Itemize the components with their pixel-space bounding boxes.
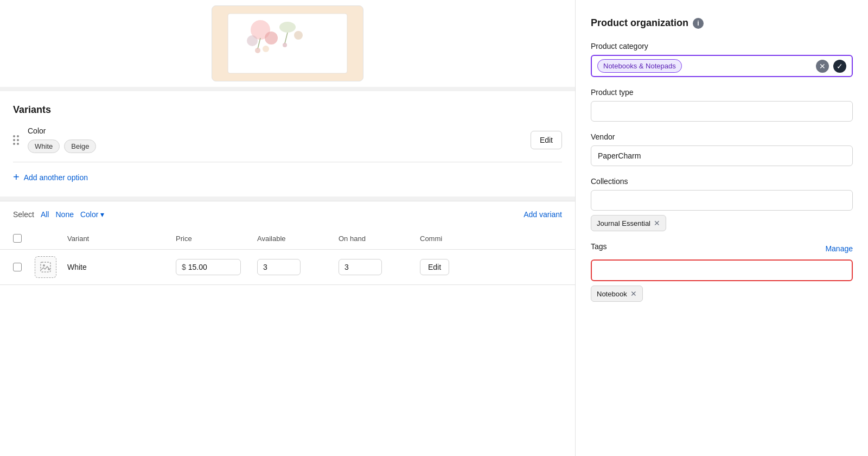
add-option-icon: +: [13, 171, 20, 183]
price-input[interactable]: [188, 263, 226, 271]
add-variant-link[interactable]: Add variant: [524, 210, 562, 219]
onhand-input[interactable]: [339, 259, 382, 275]
price-cell: $: [176, 259, 257, 275]
available-cell: [257, 259, 339, 275]
select-left: Select All None Color ▾: [13, 210, 104, 219]
tags-label: Tags: [591, 242, 607, 251]
add-option-text[interactable]: Add another option: [24, 173, 88, 182]
select-all-link[interactable]: All: [41, 210, 49, 219]
add-option-row: + Add another option: [13, 162, 562, 183]
table-row: White $ Edit: [0, 250, 575, 285]
header-commit-col: Commi: [420, 235, 485, 243]
product-category-group: Product category Notebooks & Notepads ✕ …: [591, 42, 853, 77]
vendor-label: Vendor: [591, 132, 853, 141]
select-row: Select All None Color ▾ Add variant: [0, 201, 575, 227]
product-type-label: Product type: [591, 88, 853, 97]
section-title-text: Product organization: [591, 17, 688, 29]
product-type-group: Product type: [591, 88, 853, 122]
collections-tags: Journal Essential ✕: [591, 215, 853, 231]
chevron-down-icon: ▾: [100, 210, 104, 219]
svg-point-4: [279, 22, 296, 33]
category-tag: Notebooks & Notepads: [597, 59, 682, 73]
header-variant-col: Variant: [67, 235, 176, 243]
category-cancel-button[interactable]: ✕: [816, 60, 829, 73]
product-image: [212, 5, 363, 81]
color-tag-beige: Beige: [64, 140, 96, 153]
svg-point-9: [255, 48, 260, 53]
vendor-input[interactable]: [591, 145, 853, 166]
variant-name: White: [67, 263, 176, 271]
onhand-cell: [339, 259, 420, 275]
section-title: Product organization i: [591, 17, 853, 29]
row-checkbox[interactable]: [13, 263, 22, 271]
collection-tag-label: Journal Essential: [597, 219, 650, 227]
svg-point-5: [294, 31, 303, 40]
color-dropdown-label: Color: [80, 210, 98, 219]
color-tags: White Beige: [28, 140, 96, 153]
product-image-section: [0, 0, 575, 87]
row-edit-button[interactable]: Edit: [420, 259, 449, 275]
variants-title: Variants: [13, 104, 562, 116]
tags-group: Tags Manage Notebook ✕: [591, 242, 853, 302]
row-edit-cell: Edit: [420, 259, 485, 275]
row-image-cell: [35, 256, 67, 278]
manage-link[interactable]: Manage: [825, 244, 853, 253]
color-variant-row: Color White Beige Edit: [13, 126, 562, 153]
tags-header: Tags Manage: [591, 242, 853, 255]
svg-rect-11: [41, 262, 50, 272]
variant-thumbnail[interactable]: [35, 256, 56, 278]
select-all-checkbox[interactable]: [13, 234, 22, 243]
info-icon[interactable]: i: [693, 18, 704, 29]
category-tag-container[interactable]: Notebooks & Notepads ✕ ✓: [591, 55, 853, 77]
collections-input[interactable]: [591, 190, 853, 211]
select-label: Select: [13, 210, 34, 219]
header-price-col: Price: [176, 235, 257, 243]
confirm-icon: ✓: [837, 62, 843, 71]
color-tag-white: White: [28, 140, 60, 153]
header-available-col: Available: [257, 235, 339, 243]
color-label: Color: [28, 126, 96, 135]
svg-point-3: [247, 35, 258, 46]
header-checkbox-col: [13, 234, 35, 243]
svg-point-2: [265, 31, 278, 45]
product-type-input[interactable]: [591, 101, 853, 122]
cancel-icon: ✕: [819, 62, 826, 71]
variants-section: Variants: [0, 91, 575, 197]
notebook-tag: Notebook ✕: [591, 286, 643, 302]
category-actions: ✕ ✓: [816, 60, 846, 73]
svg-point-12: [43, 264, 45, 267]
notebook-image: [217, 8, 358, 79]
image-add-icon: [40, 261, 52, 273]
product-category-label: Product category: [591, 42, 853, 50]
row-checkbox-cell: [13, 263, 35, 271]
collections-label: Collections: [591, 177, 853, 186]
svg-point-10: [283, 43, 287, 47]
table-header: Variant Price Available On hand Commi: [0, 227, 575, 250]
category-confirm-button[interactable]: ✓: [833, 60, 846, 73]
tag-items: Notebook ✕: [591, 281, 853, 302]
svg-point-6: [263, 46, 269, 52]
collection-tag-remove[interactable]: ✕: [654, 219, 660, 227]
collections-group: Collections Journal Essential ✕: [591, 177, 853, 231]
collection-tag-journal: Journal Essential ✕: [591, 215, 666, 231]
color-variant-left: Color White Beige: [13, 126, 96, 153]
right-panel: Product organization i Product category …: [575, 0, 868, 456]
price-input-container: $: [176, 259, 241, 275]
color-dropdown[interactable]: Color ▾: [80, 210, 104, 219]
color-info: Color White Beige: [28, 126, 96, 153]
available-input[interactable]: [257, 259, 301, 275]
vendor-group: Vendor: [591, 132, 853, 166]
header-onhand-col: On hand: [339, 235, 420, 243]
price-symbol: $: [182, 263, 186, 271]
variants-table: Variant Price Available On hand Commi: [0, 227, 575, 456]
drag-handle[interactable]: [13, 135, 19, 145]
select-none-link[interactable]: None: [55, 210, 73, 219]
color-edit-button[interactable]: Edit: [531, 131, 562, 149]
notebook-tag-label: Notebook: [597, 290, 627, 298]
tags-input[interactable]: [591, 259, 853, 281]
notebook-tag-remove[interactable]: ✕: [630, 289, 637, 298]
